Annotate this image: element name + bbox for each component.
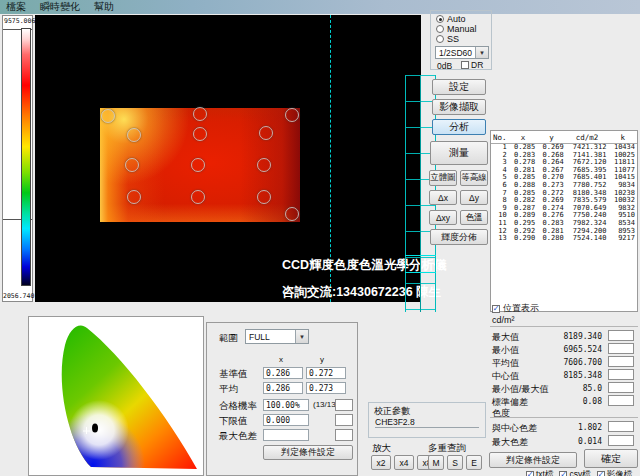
calibration-value: CHE3F2.8 bbox=[375, 417, 479, 428]
stat-row: 最小值/最大值85.0 bbox=[490, 382, 638, 395]
measurement-point-marker[interactable] bbox=[127, 190, 141, 204]
capture-mode-group: AutoManualSS 1/2SD60 ▼ 0dB DR bbox=[430, 10, 492, 70]
ok-button[interactable]: 確定 bbox=[584, 449, 638, 468]
measurement-point-marker[interactable] bbox=[191, 190, 205, 204]
analyze-button[interactable]: 分析 bbox=[432, 119, 486, 135]
checkbox-label: csv檔 bbox=[569, 469, 590, 476]
luminance-dist-button[interactable]: 輝度分佈 bbox=[430, 229, 488, 245]
shutter-dropdown[interactable]: 1/2SD60 ▼ bbox=[435, 46, 489, 59]
position-checkbox-box[interactable] bbox=[492, 305, 500, 313]
reference-label: 基準值 bbox=[219, 368, 248, 381]
divider bbox=[490, 326, 638, 327]
checkbox-icon[interactable] bbox=[526, 471, 534, 476]
image-capture-button[interactable]: 影像擷取 bbox=[432, 99, 486, 115]
dr-checkbox-box[interactable] bbox=[461, 61, 469, 69]
table-cell: 7524.140 bbox=[566, 235, 609, 243]
table-row[interactable]: 110.2950.2837982.3248534 bbox=[491, 220, 637, 228]
radio-icon[interactable] bbox=[436, 25, 444, 33]
stat-value: 8189.340 bbox=[563, 332, 602, 341]
menu-item[interactable]: 瞬時變化 bbox=[40, 0, 80, 14]
multi-m-button[interactable]: M bbox=[428, 455, 444, 470]
average-x-field[interactable]: 0.286 bbox=[263, 382, 303, 394]
column-header: y bbox=[537, 131, 565, 144]
menu-item[interactable]: 檔案 bbox=[6, 0, 26, 14]
measurement-point-marker[interactable] bbox=[257, 190, 271, 204]
pass-rate-label: 合格機率 bbox=[219, 400, 257, 413]
stereo-plot-button[interactable]: 立體圖 bbox=[429, 170, 457, 186]
table-row[interactable]: 90.2870.2747070.6499832 bbox=[491, 205, 637, 213]
reference-y-field[interactable]: 0.272 bbox=[306, 367, 346, 379]
lower-limit-field[interactable]: 0.000 bbox=[263, 414, 309, 426]
range-value: FULL bbox=[246, 332, 295, 342]
table-row[interactable]: 120.2920.2817294.2008953 bbox=[491, 228, 637, 236]
measurement-point-marker[interactable] bbox=[101, 109, 115, 123]
measurement-point-marker[interactable] bbox=[127, 128, 141, 142]
pass-rate-field[interactable]: 100.00% bbox=[263, 399, 309, 411]
max-colordiff-field[interactable] bbox=[263, 429, 309, 441]
color-temp-button[interactable]: 色溫 bbox=[460, 210, 488, 225]
checkbox-icon[interactable] bbox=[597, 471, 605, 476]
file-checkbox-txt檔[interactable]: txt檔 bbox=[526, 469, 553, 476]
range-dropdown[interactable]: FULL ▼ bbox=[245, 329, 309, 344]
contour-plot-button[interactable]: 等高線 bbox=[460, 170, 488, 186]
lower-indicator-box bbox=[335, 414, 353, 426]
file-checkbox-影像檔[interactable]: 影像檔 bbox=[597, 469, 633, 476]
stat-indicator-box bbox=[608, 369, 634, 380]
ruler-highlight-line bbox=[405, 255, 436, 256]
column-header: cd/m2 bbox=[566, 131, 609, 144]
delta-x-button[interactable]: Δx bbox=[429, 190, 457, 205]
measure-button[interactable]: 測量 bbox=[430, 141, 488, 165]
average-label: 平均 bbox=[219, 383, 238, 396]
stat-indicator-box bbox=[608, 382, 634, 393]
measurement-point-marker[interactable] bbox=[125, 158, 139, 172]
divider bbox=[490, 417, 638, 418]
measurement-point-marker[interactable] bbox=[285, 108, 299, 122]
checkbox-icon[interactable] bbox=[559, 471, 567, 476]
judge-condition-button[interactable]: 判定條件設定 bbox=[263, 445, 353, 460]
measurement-point-marker[interactable] bbox=[193, 107, 207, 121]
file-type-checkboxes: txt檔csv檔影像檔 bbox=[520, 468, 632, 476]
zoom-x2-button[interactable]: x2 bbox=[371, 455, 391, 470]
stat-row: 最大色差0.014 bbox=[490, 435, 638, 448]
measurement-point-marker[interactable] bbox=[259, 126, 273, 140]
stat-value: 7606.700 bbox=[563, 358, 602, 367]
reference-x-field[interactable]: 0.286 bbox=[263, 367, 303, 379]
multi-s-button[interactable]: S bbox=[447, 455, 463, 470]
radio-icon[interactable] bbox=[436, 15, 444, 23]
table-row[interactable]: 100.2890.2767750.2409510 bbox=[491, 212, 637, 220]
measurement-point-marker[interactable] bbox=[257, 158, 271, 172]
average-y-field[interactable]: 0.273 bbox=[306, 382, 346, 394]
delta-xy-button[interactable]: Δxy bbox=[429, 210, 457, 225]
multi-query-buttons: MSE bbox=[428, 455, 482, 470]
stat-row: 中心值8185.348 bbox=[490, 369, 638, 382]
dr-checkbox[interactable]: DR bbox=[461, 60, 483, 70]
pass-indicator-box bbox=[335, 399, 353, 411]
multi-e-button[interactable]: E bbox=[466, 455, 482, 470]
delta-y-button[interactable]: Δy bbox=[460, 190, 488, 205]
gain-label: 0dB bbox=[437, 61, 452, 71]
radio-icon[interactable] bbox=[436, 35, 444, 43]
file-checkbox-csv檔[interactable]: csv檔 bbox=[559, 469, 590, 476]
measurement-point-marker[interactable] bbox=[193, 127, 207, 141]
judge-condition-button[interactable]: 判定條件設定 bbox=[489, 452, 577, 468]
mode-radio-auto[interactable]: Auto bbox=[436, 14, 477, 24]
mode-radio-ss[interactable]: SS bbox=[436, 34, 477, 44]
stat-value: 1.802 bbox=[578, 423, 602, 432]
stat-row: 最大值8189.340 bbox=[490, 330, 638, 343]
table-cell: 13 bbox=[491, 235, 509, 243]
cie-values-panel: 範圍 FULL ▼ x y 基準值 0.286 0.272 平均 0.286 0… bbox=[206, 322, 358, 476]
table-row[interactable]: 50.2850.2707685.40110415 bbox=[491, 174, 637, 182]
mode-radio-manual[interactable]: Manual bbox=[436, 24, 477, 34]
menu-item[interactable]: 幫助 bbox=[94, 0, 114, 14]
zoom-x4-button[interactable]: x4 bbox=[394, 455, 414, 470]
position-display-checkbox[interactable]: 位置表示 bbox=[492, 302, 539, 315]
table-row[interactable]: 130.2900.2807524.1409217 bbox=[491, 235, 637, 243]
measurement-point-marker[interactable] bbox=[191, 158, 205, 172]
measurement-point-marker[interactable] bbox=[285, 207, 299, 221]
table-row[interactable]: 80.2820.2697835.57910032 bbox=[491, 197, 637, 205]
stat-value: 0.014 bbox=[578, 437, 602, 446]
chevron-down-icon[interactable]: ▼ bbox=[475, 47, 488, 58]
settings-button[interactable]: 設定 bbox=[432, 79, 486, 95]
shutter-value: 1/2SD60 bbox=[436, 48, 475, 58]
chevron-down-icon[interactable]: ▼ bbox=[295, 330, 308, 343]
